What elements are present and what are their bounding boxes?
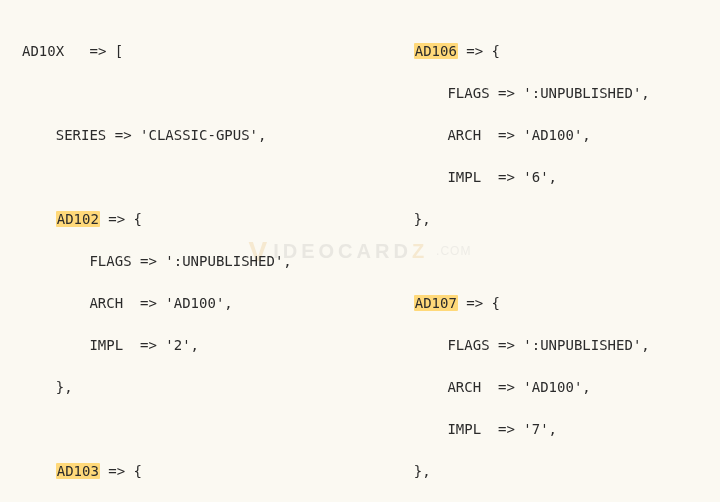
key-AD107: AD107 (414, 295, 458, 311)
code-page: V IDEOCARDZ .COM AD10X => [ SERIES => 'C… (0, 0, 720, 502)
entry-AD106-open: AD106 => { (380, 41, 650, 62)
key-AD103: AD103 (56, 463, 100, 479)
entry-AD107-arch: ARCH => 'AD100', (380, 377, 650, 398)
entry-AD107-flags: FLAGS => ':UNPUBLISHED', (380, 335, 650, 356)
entry-AD102-close: }, (22, 377, 317, 398)
entry-AD102-arch: ARCH => 'AD100', (22, 293, 317, 314)
entry-AD102-impl: IMPL => '2', (22, 335, 317, 356)
entry-AD103-open: AD103 => { (22, 461, 317, 482)
key-AD106: AD106 (414, 43, 458, 59)
entry-AD102-open: AD102 => { (22, 209, 317, 230)
code-column-left: AD10X => [ SERIES => 'CLASSIC-GPUS', AD1… (22, 20, 317, 502)
entry-AD106-arch: ARCH => 'AD100', (380, 125, 650, 146)
entry-AD106-flags: FLAGS => ':UNPUBLISHED', (380, 83, 650, 104)
entry-AD106-impl: IMPL => '6', (380, 167, 650, 188)
entry-AD107-open: AD107 => { (380, 293, 650, 314)
entry-AD107-close: }, (380, 461, 650, 482)
key-AD102: AD102 (56, 211, 100, 227)
entry-AD107-impl: IMPL => '7', (380, 419, 650, 440)
code-column-right: AD106 => { FLAGS => ':UNPUBLISHED', ARCH… (380, 20, 650, 502)
entry-AD102-flags: FLAGS => ':UNPUBLISHED', (22, 251, 317, 272)
series-line: SERIES => 'CLASSIC-GPUS', (22, 125, 317, 146)
header-line: AD10X => [ (22, 41, 317, 62)
entry-AD106-close: }, (380, 209, 650, 230)
